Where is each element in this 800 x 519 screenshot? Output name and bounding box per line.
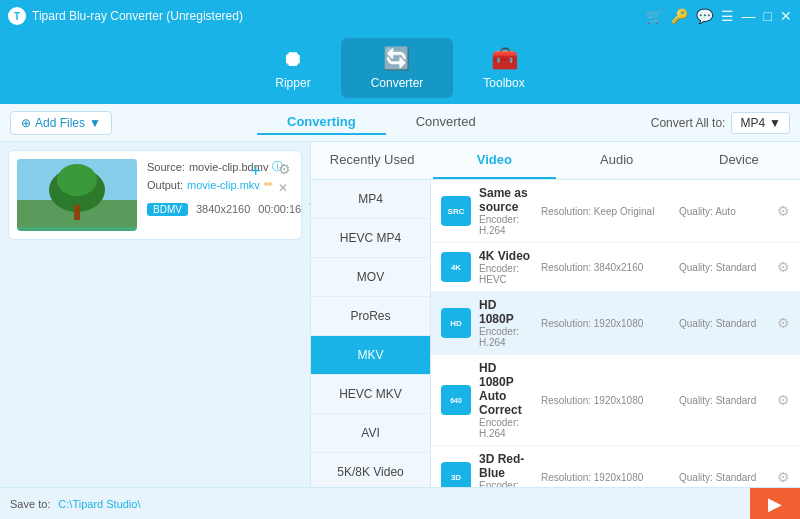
minimize-icon[interactable]: — [742, 8, 756, 24]
thumbnail-image [17, 159, 137, 231]
gear-icon-hd1080auto[interactable]: ⚙ [777, 392, 790, 408]
title-bar: T Tipard Blu-ray Converter (Unregistered… [0, 0, 800, 32]
convert-all-label: Convert All to: [651, 116, 726, 130]
format-resolution-src: Resolution: Keep Original [541, 206, 671, 217]
tab-device[interactable]: Device [678, 142, 800, 179]
nav-item-converter[interactable]: 🔄 Converter [341, 38, 454, 98]
file-meta: BDMV 3840x2160 00:00:16 45.41 MB → MKV ⇔… [147, 197, 310, 221]
format-quality-3d-rb: Quality: Standard [679, 472, 769, 483]
maximize-icon[interactable]: □ [764, 8, 772, 24]
format-quality-src: Quality: Auto [679, 206, 769, 217]
format-resolution-4k: Resolution: 3840x2160 [541, 262, 671, 273]
sidebar-item-hevc-mkv[interactable]: HEVC MKV [311, 375, 430, 414]
converter-icon: 🔄 [383, 46, 410, 72]
format-detail-4k: 4K Video Encoder: HEVC [479, 249, 533, 285]
svg-rect-4 [74, 205, 80, 220]
nav-bar: ⏺ Ripper 🔄 Converter 🧰 Toolbox [0, 32, 800, 104]
shop-icon[interactable]: 🛒 [646, 8, 663, 24]
format-value: MP4 [740, 116, 765, 130]
source-label: Source: [147, 161, 185, 173]
format-select[interactable]: MP4 ▼ [731, 112, 790, 134]
file-thumbnail [17, 159, 137, 231]
sidebar-item-mkv[interactable]: MKV [311, 336, 430, 375]
sidebar-item-prores[interactable]: ProRes [311, 297, 430, 336]
tab-recently-used[interactable]: Recently Used [311, 142, 433, 179]
main-content: Source: movie-clip.bdmv ⓘ Output: movie-… [0, 142, 800, 519]
format-resolution-3d-rb: Resolution: 1920x1080 [541, 472, 671, 483]
format-item-same-as-source[interactable]: SRC Same as source Encoder: H.264 Resolu… [431, 180, 800, 243]
edit-output-icon[interactable]: ✏ [264, 178, 273, 191]
format-detail-hd1080auto: HD 1080P Auto Correct Encoder: H.264 [479, 361, 533, 439]
source-resolution: 3840x2160 [196, 203, 250, 215]
app-logo: T [8, 7, 26, 25]
nav-label-converter: Converter [371, 76, 424, 90]
format-desc-4k: Encoder: HEVC [479, 263, 533, 285]
format-content: MP4 HEVC MP4 MOV ProRes MKV HEVC MKV AVI… [311, 180, 800, 519]
format-item-hd1080p[interactable]: HD HD 1080P Encoder: H.264 Resolution: 1… [431, 292, 800, 355]
add-files-label: Add Files [35, 116, 85, 130]
convert-all-section: Convert All to: MP4 ▼ [651, 112, 790, 134]
format-name-hd1080auto: HD 1080P Auto Correct [479, 361, 533, 417]
format-badge: BDMV [147, 203, 188, 216]
format-dropdown-icon: ▼ [769, 116, 781, 130]
format-name-hd1080: HD 1080P [479, 298, 533, 326]
save-to-label: Save to: [10, 498, 50, 510]
gear-icon-hd1080[interactable]: ⚙ [777, 315, 790, 331]
format-quality-hd1080auto: Quality: Standard [679, 395, 769, 406]
file-remove-icon[interactable]: ✕ [278, 181, 291, 195]
sidebar-item-mov[interactable]: MOV [311, 258, 430, 297]
format-item-hd1080p-auto[interactable]: 640 HD 1080P Auto Correct Encoder: H.264… [431, 355, 800, 446]
chat-icon[interactable]: 💬 [696, 8, 713, 24]
add-files-button[interactable]: ⊕ Add Files ▼ [10, 111, 112, 135]
format-detail-hd1080: HD 1080P Encoder: H.264 [479, 298, 533, 348]
convert-button[interactable]: ▶ [750, 488, 800, 519]
gear-icon-src[interactable]: ⚙ [777, 203, 790, 219]
nav-item-toolbox[interactable]: 🧰 Toolbox [453, 38, 554, 98]
output-filename[interactable]: movie-clip.mkv [187, 179, 260, 191]
menu-icon[interactable]: ☰ [721, 8, 734, 24]
dropdown-icon: ▼ [89, 116, 101, 130]
format-list: SRC Same as source Encoder: H.264 Resolu… [431, 180, 800, 519]
bottom-bar: Save to: C:\Tipard Studio\ ▶ [0, 487, 800, 519]
tab-video[interactable]: Video [433, 142, 555, 179]
format-item-4k[interactable]: 4K 4K Video Encoder: HEVC Resolution: 38… [431, 243, 800, 292]
toolbar: ⊕ Add Files ▼ Converting Converted Conve… [0, 104, 800, 142]
format-detail-src: Same as source Encoder: H.264 [479, 186, 533, 236]
key-icon[interactable]: 🔑 [671, 8, 688, 24]
window-controls[interactable]: 🛒 🔑 💬 ☰ — □ ✕ [646, 8, 792, 24]
add-output-icon[interactable]: + [250, 161, 261, 182]
svg-point-3 [57, 164, 97, 196]
format-quality-hd1080: Quality: Standard [679, 318, 769, 329]
format-desc-src: Encoder: H.264 [479, 214, 533, 236]
format-desc-hd1080auto: Encoder: H.264 [479, 417, 533, 439]
save-path[interactable]: C:\Tipard Studio\ [58, 498, 140, 510]
badge-hd1080auto: 640 [441, 385, 471, 415]
file-settings-icon[interactable]: ⚙ [278, 161, 291, 177]
nav-label-toolbox: Toolbox [483, 76, 524, 90]
format-name-src: Same as source [479, 186, 533, 214]
close-icon[interactable]: ✕ [780, 8, 792, 24]
file-list-area: Source: movie-clip.bdmv ⓘ Output: movie-… [0, 142, 310, 519]
nav-item-ripper[interactable]: ⏺ Ripper [245, 38, 340, 98]
sidebar-item-mp4[interactable]: MP4 [311, 180, 430, 219]
add-icon: ⊕ [21, 116, 31, 130]
toolbox-icon: 🧰 [491, 46, 518, 72]
mode-tabs: Converting Converted [112, 110, 651, 135]
sidebar-item-hevc-mp4[interactable]: HEVC MP4 [311, 219, 430, 258]
format-desc-hd1080: Encoder: H.264 [479, 326, 533, 348]
format-panel: Recently Used Video Audio Device MP4 HEV… [310, 142, 800, 519]
tab-converted[interactable]: Converted [386, 110, 506, 135]
ripper-icon: ⏺ [282, 46, 304, 72]
tab-audio[interactable]: Audio [556, 142, 678, 179]
gear-icon-3d-rb[interactable]: ⚙ [777, 469, 790, 485]
output-label: Output: [147, 179, 183, 191]
badge-hd1080: HD [441, 308, 471, 338]
sidebar-item-avi[interactable]: AVI [311, 414, 430, 453]
gear-icon-4k[interactable]: ⚙ [777, 259, 790, 275]
badge-4k: 4K [441, 252, 471, 282]
tab-converting[interactable]: Converting [257, 110, 386, 135]
format-resolution-hd1080auto: Resolution: 1920x1080 [541, 395, 671, 406]
badge-src: SRC [441, 196, 471, 226]
format-tabs: Recently Used Video Audio Device [311, 142, 800, 180]
format-name-3d-rb: 3D Red-Blue [479, 452, 533, 480]
